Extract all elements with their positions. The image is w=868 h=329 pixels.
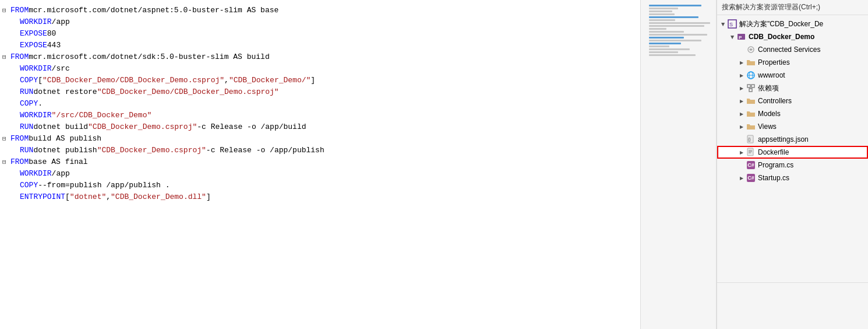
- expand-arrow[interactable]: [729, 33, 736, 40]
- tree-item-connected[interactable]: Connected Services: [717, 43, 868, 56]
- code-line: ⊟FROM mcr.microsoft.com/dotnet/aspnet:5.…: [0, 5, 640, 16]
- tree-item-views[interactable]: Views: [717, 120, 868, 133]
- code-token: build AS publish: [29, 133, 101, 145]
- csharp-icon: C#: [746, 160, 756, 170]
- code-editor[interactable]: ⊟FROM mcr.microsoft.com/dotnet/aspnet:5.…: [0, 0, 641, 329]
- code-line: ⊟FROM mcr.microsoft.com/dotnet/sdk:5.0-b…: [0, 51, 640, 63]
- code-token: [: [38, 75, 43, 86]
- code-token: EXPOSE: [20, 28, 47, 40]
- expand-arrow[interactable]: [738, 123, 745, 130]
- code-token: WORKDIR: [20, 16, 52, 28]
- tree-item-startup[interactable]: C#Startup.cs: [717, 172, 868, 184]
- expand-arrow[interactable]: [738, 85, 745, 92]
- tree-item-label-project: CDB_Docker_Demo: [749, 33, 814, 41]
- code-token: FROM: [10, 51, 29, 63]
- code-line: RUN dotnet restore "CDB_Docker_Demo/CDB_…: [0, 86, 640, 98]
- code-token: --from=publish /app/publish .: [38, 180, 170, 191]
- code-token: dotnet publish: [33, 145, 97, 156]
- svg-text:S: S: [729, 22, 733, 27]
- se-tree[interactable]: S解决方案"CDB_Docker_DePCDB_Docker_DemoConne…: [717, 15, 868, 282]
- code-token: mcr.microsoft.com/dotnet/sdk:5.0-buster-…: [29, 51, 269, 63]
- svg-rect-8: [747, 85, 750, 88]
- code-token: mcr.microsoft.com/dotnet/aspnet:5.0-bust…: [29, 5, 278, 16]
- code-token: "CDB_Docker_Demo.csproj": [97, 145, 206, 156]
- code-token: COPY: [20, 98, 38, 110]
- line-prefix: ⊟: [2, 133, 8, 145]
- dependency-icon: [746, 83, 756, 93]
- code-token: COPY: [20, 75, 38, 86]
- minimap: [641, 0, 717, 329]
- code-token: -c Release -o /app/build: [197, 121, 306, 133]
- tree-item-label-startup: Startup.cs: [758, 174, 789, 182]
- expand-arrow[interactable]: [738, 59, 745, 66]
- expand-arrow[interactable]: [719, 20, 726, 27]
- code-token: /app: [52, 168, 70, 180]
- tree-item-program[interactable]: C#Program.cs: [717, 159, 868, 172]
- tree-item-deps[interactable]: 依赖项: [717, 82, 868, 94]
- tree-item-label-models: Models: [758, 110, 781, 118]
- tree-item-label-solution: 解决方案"CDB_Docker_De: [739, 19, 823, 29]
- code-line: WORKDIR /src: [0, 63, 640, 75]
- code-token: COPY: [20, 180, 38, 191]
- code-token: EXPOSE: [20, 40, 47, 51]
- code-token: WORKDIR: [20, 110, 52, 121]
- code-token: ]: [206, 191, 211, 203]
- code-token: "CDB_Docker_Demo/CDB_Docker_Demo.csproj": [43, 75, 224, 86]
- tree-item-solution[interactable]: S解决方案"CDB_Docker_De: [717, 18, 868, 30]
- line-prefix: ⊟: [2, 5, 8, 16]
- code-token: WORKDIR: [20, 168, 52, 180]
- tree-item-label-properties: Properties: [758, 58, 790, 66]
- code-token: dotnet restore: [33, 86, 97, 98]
- tree-item-label-deps: 依赖项: [758, 83, 779, 93]
- tree-item-dockerfile[interactable]: Dockerfile: [717, 146, 868, 159]
- tree-item-label-controllers: Controllers: [758, 97, 792, 105]
- code-line: EXPOSE 80: [0, 28, 640, 40]
- svg-rect-9: [751, 85, 754, 88]
- code-token: ,: [106, 191, 111, 203]
- svg-text:{}: {}: [748, 137, 751, 142]
- code-token: RUN: [20, 121, 33, 133]
- code-line: COPY ["CDB_Docker_Demo/CDB_Docker_Demo.c…: [0, 75, 640, 86]
- solution-icon: S: [728, 19, 737, 29]
- expand-arrow[interactable]: [738, 174, 745, 181]
- code-line: COPY .: [0, 98, 640, 110]
- tree-item-label-views: Views: [758, 123, 777, 131]
- code-token: ,: [224, 75, 229, 86]
- csharp-icon: C#: [746, 173, 756, 183]
- tree-item-appsettings[interactable]: {}appsettings.json: [717, 133, 868, 146]
- se-header: 搜索解决方案资源管理器(Ctrl+;): [717, 0, 868, 15]
- code-token: [: [65, 191, 70, 203]
- code-token: 443: [47, 40, 61, 51]
- code-token: -c Release -o /app/publish: [206, 145, 324, 156]
- code-token: ]: [310, 75, 315, 86]
- connected-icon: [746, 45, 756, 54]
- code-token: WORKDIR: [20, 63, 52, 75]
- folder-icon: [746, 122, 756, 131]
- code-token: dotnet build: [33, 121, 88, 133]
- se-bottom: [717, 282, 868, 329]
- json-icon: {}: [746, 135, 756, 144]
- line-prefix: ⊟: [2, 51, 8, 63]
- expand-arrow[interactable]: [738, 72, 745, 79]
- tree-item-models[interactable]: Models: [717, 107, 868, 120]
- code-token: RUN: [20, 86, 33, 98]
- code-line: ⊟FROM base AS final: [0, 156, 640, 168]
- tree-item-label-wwwroot: wwwroot: [758, 71, 785, 79]
- folder-icon: [746, 58, 756, 67]
- code-line: WORKDIR "/src/CDB_Docker_Demo": [0, 110, 640, 121]
- expand-arrow[interactable]: [738, 149, 745, 156]
- code-token: .: [38, 98, 43, 110]
- expand-arrow[interactable]: [738, 110, 745, 117]
- expand-arrow[interactable]: [738, 97, 745, 104]
- tree-item-label-program: Program.cs: [758, 161, 793, 169]
- code-token: FROM: [10, 5, 29, 16]
- code-token: 80: [47, 28, 57, 40]
- tree-item-controllers[interactable]: Controllers: [717, 94, 868, 107]
- tree-item-wwwroot[interactable]: wwwroot: [717, 69, 868, 82]
- tree-item-properties[interactable]: Properties: [717, 56, 868, 69]
- tree-item-project[interactable]: PCDB_Docker_Demo: [717, 30, 868, 43]
- code-token: "CDB_Docker_Demo.csproj": [88, 121, 197, 133]
- code-token: ENTRYPOINT: [20, 191, 65, 203]
- tree-item-label-connected: Connected Services: [758, 46, 820, 54]
- code-token: /app: [52, 16, 70, 28]
